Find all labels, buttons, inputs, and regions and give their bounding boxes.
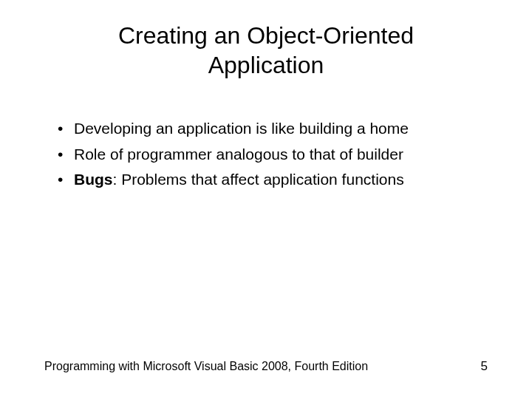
slide-title: Creating an Object-Oriented Application: [59, 21, 473, 80]
list-item: Developing an application is like buildi…: [58, 117, 495, 140]
bullet-list: Developing an application is like buildi…: [37, 117, 495, 191]
footer-text: Programming with Microsoft Visual Basic …: [44, 360, 368, 373]
footer: Programming with Microsoft Visual Basic …: [44, 359, 488, 374]
bullet-text: Developing an application is like buildi…: [74, 120, 409, 137]
page-number: 5: [481, 359, 488, 374]
list-item: Bugs: Problems that affect application f…: [58, 168, 495, 191]
slide: Creating an Object-Oriented Application …: [0, 0, 532, 399]
bullet-text: Role of programmer analogous to that of …: [74, 146, 403, 163]
bullet-text: : Problems that affect application funct…: [113, 171, 404, 188]
bullet-bold: Bugs: [74, 171, 113, 188]
list-item: Role of programmer analogous to that of …: [58, 143, 495, 166]
